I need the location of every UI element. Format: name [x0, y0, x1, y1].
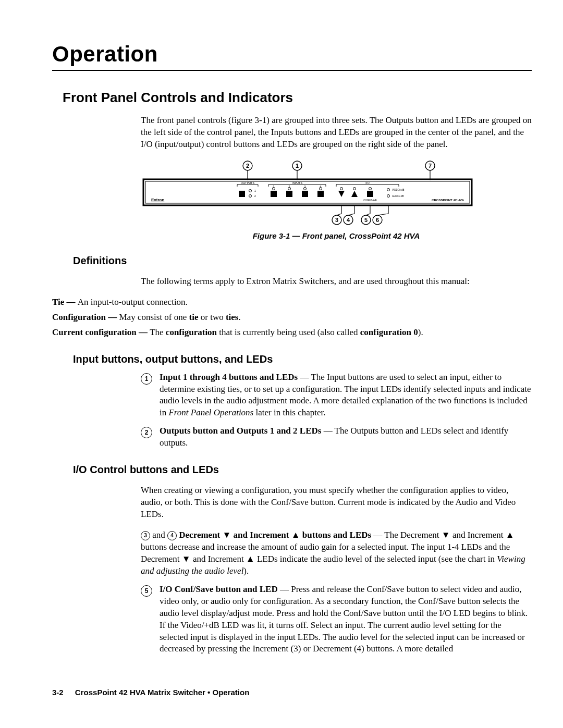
- svg-rect-28: [317, 191, 324, 197]
- audio-label: AUDIO/-dB: [392, 195, 404, 198]
- chapter-title: Operation: [52, 42, 532, 67]
- def-tie: Tie — An input-to-output connection.: [52, 297, 532, 309]
- triangle-down-icon: ▼: [223, 530, 231, 540]
- callout-4: 4: [347, 217, 350, 223]
- svg-point-32: [340, 187, 343, 190]
- footer-title: CrossPoint 42 HVA Matrix Switcher • Oper…: [75, 688, 250, 697]
- triangle-down-icon: ▼: [442, 530, 450, 540]
- svg-text:3: 3: [304, 185, 306, 188]
- item-2: 2 Outputs button and Outputs 1 and 2 LED…: [141, 425, 532, 449]
- triangle-up-icon: ▲: [291, 530, 300, 540]
- page-footer: 3-2 CrossPoint 42 HVA Matrix Switcher • …: [52, 688, 249, 697]
- callout-1: 1: [296, 163, 299, 169]
- out-led-2: 2: [254, 194, 256, 198]
- svg-point-39: [387, 194, 390, 197]
- triangle-up-icon: ▲: [506, 530, 515, 540]
- svg-text:4: 4: [320, 185, 322, 188]
- definitions-intro: The following terms apply to Extron Matr…: [141, 276, 532, 288]
- triangle-down-icon: ▼: [182, 554, 191, 564]
- svg-rect-11: [239, 191, 245, 197]
- model-label: CROSSPOINT 42 HVA: [432, 199, 464, 202]
- svg-text:1: 1: [273, 185, 275, 188]
- page: Operation Front Panel Controls and Indic…: [0, 0, 563, 728]
- badge-5: 5: [141, 585, 152, 597]
- out-led-1: 1: [254, 189, 256, 192]
- triangle-up-icon: ▲: [246, 554, 255, 564]
- svg-marker-33: [338, 191, 345, 197]
- def-current-configuration: Current configuration — The configuratio…: [52, 327, 532, 339]
- input-buttons-heading: Input buttons, output buttons, and LEDs: [73, 353, 532, 365]
- badge-3: 3: [141, 531, 150, 540]
- callout-5: 5: [364, 217, 368, 223]
- svg-point-34: [353, 187, 356, 190]
- item-3-4: 3 and 4 Decrement ▼ and Increment ▲ butt…: [141, 529, 532, 577]
- definitions-heading: Definitions: [73, 255, 532, 267]
- badge-2: 2: [141, 427, 152, 438]
- io-label: I/O: [365, 181, 370, 184]
- outputs-label: OUTPUTS: [241, 181, 255, 184]
- video-label: VIDEO/+dB: [392, 189, 404, 191]
- svg-line-51: [377, 214, 388, 215]
- svg-point-12: [249, 189, 252, 192]
- def-configuration: Configuration — May consist of one tie o…: [52, 312, 532, 324]
- inputs-label: INPUTS: [292, 181, 303, 184]
- intro-paragraph: The front panel controls (figure 3-1) ar…: [141, 115, 532, 151]
- badge-4: 4: [167, 531, 177, 540]
- svg-rect-37: [367, 191, 373, 197]
- svg-point-36: [369, 187, 372, 190]
- callout-7: 7: [429, 163, 432, 169]
- svg-point-38: [387, 188, 390, 191]
- svg-line-50: [366, 214, 370, 215]
- io-intro: When creating or viewing a configuration…: [141, 485, 532, 521]
- brand-label: Extron: [151, 198, 164, 202]
- item-1: 1 Input 1 through 4 buttons and LEDs — T…: [141, 372, 532, 419]
- svg-marker-35: [351, 191, 358, 197]
- callout-6: 6: [376, 217, 379, 223]
- figure-caption: Figure 3-1 — Front panel, CrossPoint 42 …: [141, 231, 532, 240]
- badge-1: 1: [141, 373, 152, 385]
- callout-2: 2: [246, 163, 249, 169]
- svg-line-49: [348, 214, 354, 215]
- front-panel-diagram: 2 1 7 Extron CROSSPOINT 42 HVA OUTPUTS: [141, 159, 474, 227]
- callout-3: 3: [335, 217, 338, 223]
- svg-point-13: [249, 194, 252, 197]
- svg-rect-25: [302, 191, 308, 197]
- io-control-heading: I/O Control buttons and LEDs: [73, 464, 532, 476]
- item-5: 5 I/O Conf/Save button and LED — Press a…: [141, 584, 532, 656]
- svg-rect-19: [271, 191, 277, 197]
- figure-3-1: 2 1 7 Extron CROSSPOINT 42 HVA OUTPUTS: [141, 159, 532, 240]
- page-number: 3-2: [52, 688, 64, 697]
- title-rule: [52, 70, 532, 71]
- svg-rect-22: [286, 191, 292, 197]
- svg-text:2: 2: [289, 185, 290, 188]
- confsave-label: CONF/SAVE: [363, 199, 377, 202]
- svg-line-48: [337, 214, 341, 215]
- section-front-panel: Front Panel Controls and Indicators: [63, 90, 532, 106]
